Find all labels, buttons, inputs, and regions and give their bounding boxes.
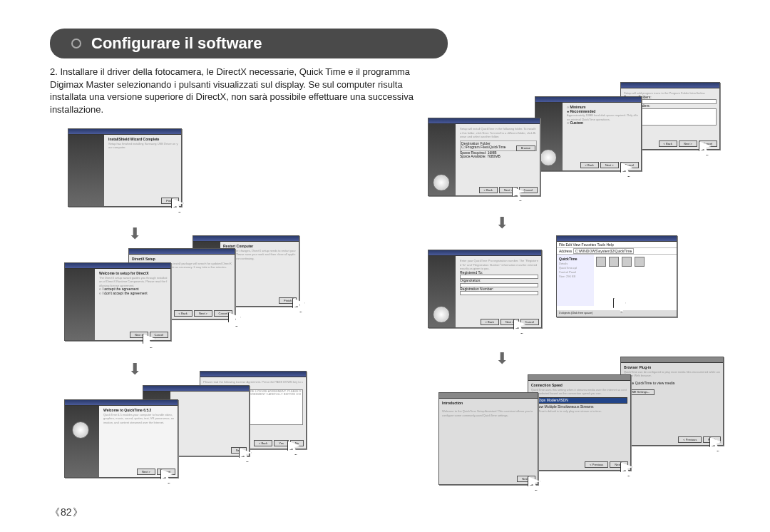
text: The DirectX setup wizard guides you thro… bbox=[99, 276, 167, 287]
decline[interactable]: I don't accept the agreement bbox=[102, 291, 147, 295]
browse-button[interactable]: Browse bbox=[516, 145, 535, 151]
field-label: Organization: bbox=[460, 278, 481, 282]
opt-rec[interactable]: Recommended bbox=[570, 109, 595, 113]
screenshot-qt-welcome: Welcome to QuickTime 6.5.2QuickTime 6.5 … bbox=[64, 399, 178, 478]
address-label: Address bbox=[559, 249, 572, 253]
file-icon[interactable] bbox=[609, 257, 619, 267]
status-bar: 3 objects (Disk free space) bbox=[557, 310, 677, 317]
back-button[interactable]: < Back bbox=[254, 440, 272, 446]
next-button[interactable]: Next > bbox=[137, 469, 155, 475]
back-button[interactable]: < Back bbox=[580, 162, 599, 168]
file-icon[interactable] bbox=[622, 257, 632, 267]
title-text: Configurare il software bbox=[91, 34, 262, 53]
screenshot-qt-destination: Setup will install QuickTime in the foll… bbox=[428, 118, 540, 196]
checkbox[interactable]: Allow Multiple Simultaneous Streams bbox=[535, 404, 593, 409]
page-title: Configurare il software bbox=[50, 29, 448, 58]
next-button[interactable]: Next > bbox=[600, 162, 619, 168]
quicktime-icon bbox=[72, 421, 89, 439]
back-button[interactable]: < Back bbox=[481, 319, 499, 325]
next-button[interactable]: Next > bbox=[679, 140, 697, 147]
quicktime-icon bbox=[433, 306, 450, 323]
body-paragraph: 2. Installare il driver della fotocamera… bbox=[50, 66, 421, 116]
heading: Browser Plug-in bbox=[624, 365, 651, 369]
back-button[interactable]: < Back bbox=[174, 310, 192, 317]
yes-button[interactable]: Yes bbox=[274, 440, 289, 446]
screenshot-qt-intro: IntroductionWelcome to the QuickTime Set… bbox=[438, 392, 538, 485]
down-arrow-icon: ⬇ bbox=[496, 214, 504, 230]
desc: QuickTime's default is to only play one … bbox=[531, 409, 602, 413]
checkbox[interactable]: Use QuickTime to view media bbox=[627, 381, 674, 385]
back-button[interactable]: < Back bbox=[479, 187, 498, 193]
body-text: 2. Installare il driver della fotocamera… bbox=[50, 66, 414, 115]
page-number-value: 82 bbox=[61, 506, 72, 518]
down-arrow-icon: ⬇ bbox=[128, 225, 137, 240]
text: Welcome to the QuickTime Setup Assistant… bbox=[442, 409, 533, 417]
heading: Welcome to setup for DirectX bbox=[99, 271, 149, 275]
back-button[interactable]: < Back bbox=[659, 140, 677, 147]
screenshot-qt-browser-plugin: Browser Plug-inQuickTime can be configur… bbox=[620, 357, 724, 446]
heading: DirectX Setup bbox=[132, 257, 155, 261]
prev-button[interactable]: < Previous bbox=[678, 436, 702, 443]
menu-bar[interactable]: File Edit View Favorites Tools Help bbox=[557, 242, 677, 248]
details: DetailsQuickTime.cplControl PanelSize: 2… bbox=[559, 262, 577, 278]
heading: Connection Speed bbox=[531, 383, 563, 387]
desc: Approximately 10MB hard disk space requi… bbox=[567, 113, 638, 121]
field-label: Registered To: bbox=[460, 270, 483, 275]
opt-custom[interactable]: Custom bbox=[570, 121, 583, 125]
text: QuickTime can be configured to play most… bbox=[624, 370, 720, 378]
page-number: 82 bbox=[50, 506, 83, 519]
space-avail: Space Available: bbox=[460, 154, 486, 158]
screenshot-installshield: InstallShield Wizard Complete Setup has … bbox=[68, 128, 182, 207]
heading: InstallShield Wizard Complete bbox=[108, 137, 159, 141]
text: QuickTime 6.5 enables your computer to h… bbox=[103, 413, 174, 424]
heading: Welcome to QuickTime 6.5.2 bbox=[103, 408, 151, 412]
text: QuickTime uses this setting when it stre… bbox=[531, 388, 627, 396]
section: QuickTime bbox=[559, 257, 577, 261]
prev-button[interactable]: < Previous bbox=[585, 461, 608, 468]
text: Setup has finished installing Samsung US… bbox=[108, 142, 178, 150]
address-path[interactable]: C:\WINDOWS\system32\QuickTime bbox=[573, 248, 635, 254]
file-icon[interactable] bbox=[635, 257, 645, 267]
next-button[interactable]: Next > bbox=[194, 310, 212, 317]
dest-path: C:\Program Files\QuickTime bbox=[461, 145, 506, 149]
cancel-button[interactable]: Cancel bbox=[150, 332, 168, 338]
down-arrow-icon: ⬇ bbox=[496, 349, 504, 365]
regnum-input[interactable] bbox=[460, 291, 538, 295]
text: Enter your QuickTime Pro registration nu… bbox=[460, 259, 538, 270]
quicktime-icon bbox=[433, 174, 450, 191]
down-arrow-icon: ⬇ bbox=[128, 360, 137, 376]
field-label: Registration Number: bbox=[460, 287, 493, 291]
screenshot-qt-registration: Enter your QuickTime Pro registration nu… bbox=[428, 250, 542, 328]
file-icon[interactable] bbox=[596, 257, 606, 267]
quicktime-icon bbox=[540, 149, 557, 166]
screenshot-qt-installtype: ○ Minimum● RecommendedApproximately 10MB… bbox=[535, 96, 642, 171]
text: Setup will install QuickTime in the foll… bbox=[460, 127, 536, 138]
screenshot-qt-connection-speed: Connection SpeedQuickTime uses this sett… bbox=[528, 374, 631, 471]
screenshot-directx-welcome: Welcome to setup for DirectXThe DirectX … bbox=[64, 262, 171, 341]
speed-dropdown[interactable]: 56 Kbps Modem/ISDN bbox=[531, 397, 627, 404]
heading: Introduction bbox=[442, 401, 463, 405]
